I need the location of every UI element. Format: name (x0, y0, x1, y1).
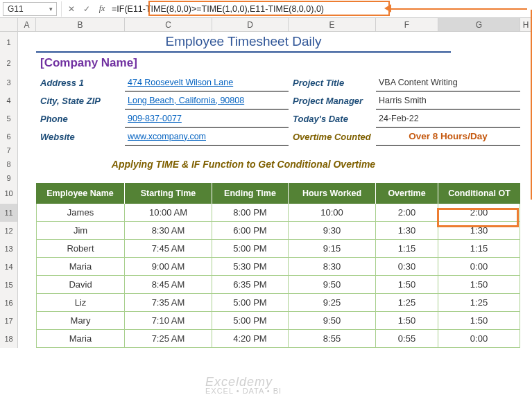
label-project-manager[interactable]: Project Manager (289, 91, 376, 109)
cell-A15[interactable] (18, 276, 36, 294)
cell-start[interactable]: 9:00 AM (125, 258, 212, 276)
value-website[interactable]: www.xcompany.com (125, 128, 289, 146)
th-overtime[interactable]: Overtime (376, 183, 438, 204)
row-17[interactable]: 17 (0, 312, 18, 330)
cell-conditional-ot[interactable]: 1:15 (438, 240, 520, 258)
row-3[interactable]: 3 (0, 73, 18, 91)
cell-start[interactable]: 7:10 AM (125, 312, 212, 330)
cell-start[interactable]: 7:25 AM (125, 330, 212, 348)
cell-name[interactable]: Mary (36, 312, 125, 330)
cell-A6[interactable] (18, 128, 36, 146)
label-address[interactable]: Address 1 (36, 73, 125, 91)
cell-end[interactable]: 5:00 PM (212, 312, 289, 330)
row-8[interactable]: 8 (0, 155, 18, 173)
cell-conditional-ot[interactable]: 1:50 (438, 276, 520, 294)
row-14[interactable]: 14 (0, 258, 18, 276)
cell-end[interactable]: 6:00 PM (212, 222, 289, 240)
value-city[interactable]: Long Beach, California, 90808 (125, 91, 289, 109)
accept-icon[interactable]: ✓ (81, 4, 92, 14)
cell-end[interactable]: 6:35 PM (212, 276, 289, 294)
cell-overtime[interactable]: 1:25 (376, 294, 438, 312)
cell-overtime[interactable]: 1:30 (376, 222, 438, 240)
fx-icon[interactable]: fx (96, 3, 108, 14)
cell-A18[interactable] (18, 330, 36, 348)
value-phone[interactable]: 909-837-0077 (125, 109, 289, 128)
cell-overtime[interactable]: 0:30 (376, 258, 438, 276)
cell-A3[interactable] (18, 73, 36, 91)
cell-start[interactable]: 8:45 AM (125, 276, 212, 294)
cell-A5[interactable] (18, 109, 36, 128)
cell-end[interactable]: 8:00 PM (212, 204, 289, 222)
formula-input[interactable] (108, 1, 532, 17)
col-E[interactable]: E (289, 18, 376, 31)
col-G[interactable]: G (438, 18, 520, 31)
company-name[interactable]: [Company Name] (36, 53, 451, 73)
cell-hours[interactable]: 9:30 (289, 222, 376, 240)
cell-A8[interactable] (18, 155, 36, 173)
cell-A17[interactable] (18, 312, 36, 330)
cell-hours[interactable]: 9:50 (289, 276, 376, 294)
cell-end[interactable]: 5:00 PM (212, 240, 289, 258)
cell-end[interactable]: 5:30 PM (212, 258, 289, 276)
col-C[interactable]: C (125, 18, 212, 31)
label-city[interactable]: City, State ZIP (36, 91, 125, 109)
cell-A2[interactable] (18, 53, 36, 73)
cell-row7[interactable] (18, 146, 514, 155)
row-10[interactable]: 10 (0, 183, 18, 204)
cell-overtime[interactable]: 0:55 (376, 330, 438, 348)
th-hours[interactable]: Hours Worked (289, 183, 376, 204)
row-11[interactable]: 11 (0, 204, 18, 222)
cell-conditional-ot[interactable]: 1:30 (438, 222, 520, 240)
th-end[interactable]: Ending Time (212, 183, 289, 204)
cell-overtime[interactable]: 2:00 (376, 204, 438, 222)
col-A[interactable]: A (18, 18, 36, 31)
cell-name[interactable]: Jim (36, 222, 125, 240)
cell-A10[interactable] (18, 183, 36, 204)
value-project-title[interactable]: VBA Content Writing (376, 73, 520, 91)
cell-start[interactable]: 7:35 AM (125, 294, 212, 312)
cell-hours[interactable]: 8:55 (289, 330, 376, 348)
row-16[interactable]: 16 (0, 294, 18, 312)
label-website[interactable]: Website (36, 128, 125, 146)
cell-name[interactable]: Liz (36, 294, 125, 312)
cell-conditional-ot[interactable]: 1:25 (438, 294, 520, 312)
name-box-dropdown-icon[interactable]: ▾ (46, 5, 55, 13)
cancel-icon[interactable]: ✕ (66, 4, 77, 14)
cell-start[interactable]: 8:30 AM (125, 222, 212, 240)
cell-hours[interactable]: 9:25 (289, 294, 376, 312)
label-phone[interactable]: Phone (36, 109, 125, 128)
row-6[interactable]: 6 (0, 128, 18, 146)
sheet-title[interactable]: Employee Timesheet Daily (36, 32, 451, 53)
cell-name[interactable]: Maria (36, 330, 125, 348)
row-4[interactable]: 4 (0, 91, 18, 109)
cell-start[interactable]: 10:00 AM (125, 204, 212, 222)
cell-name[interactable]: James (36, 204, 125, 222)
cell-end[interactable]: 4:20 PM (212, 330, 289, 348)
row-2[interactable]: 2 (0, 53, 18, 73)
th-start[interactable]: Starting Time (125, 183, 212, 204)
row-15[interactable]: 15 (0, 276, 18, 294)
row-13[interactable]: 13 (0, 240, 18, 258)
label-date[interactable]: Today's Date (289, 109, 376, 128)
cell-conditional-ot[interactable]: 0:00 (438, 258, 520, 276)
cell-name[interactable]: Robert (36, 240, 125, 258)
cell-name[interactable]: Maria (36, 258, 125, 276)
col-F[interactable]: F (376, 18, 438, 31)
col-B[interactable]: B (36, 18, 125, 31)
cell-conditional-ot[interactable]: 1:50 (438, 312, 520, 330)
label-project-title[interactable]: Project Title (289, 73, 376, 91)
cell-hours[interactable]: 10:00 (289, 204, 376, 222)
cell-overtime[interactable]: 1:50 (376, 276, 438, 294)
value-address[interactable]: 474 Roosevelt Wilson Lane (125, 73, 289, 91)
cell-A1[interactable] (18, 32, 36, 53)
cell-A4[interactable] (18, 91, 36, 109)
select-all-corner[interactable] (0, 18, 18, 31)
row-5[interactable]: 5 (0, 109, 18, 128)
label-overtime-counted[interactable]: Overtime Counted (289, 128, 376, 146)
cell-conditional-ot[interactable]: 0:00 (438, 330, 520, 348)
cell-hours[interactable]: 9:50 (289, 312, 376, 330)
cell-end[interactable]: 5:00 PM (212, 294, 289, 312)
th-employee[interactable]: Employee Name (36, 183, 125, 204)
cell-start[interactable]: 7:45 AM (125, 240, 212, 258)
th-conditional-ot[interactable]: Conditional OT (438, 183, 520, 204)
